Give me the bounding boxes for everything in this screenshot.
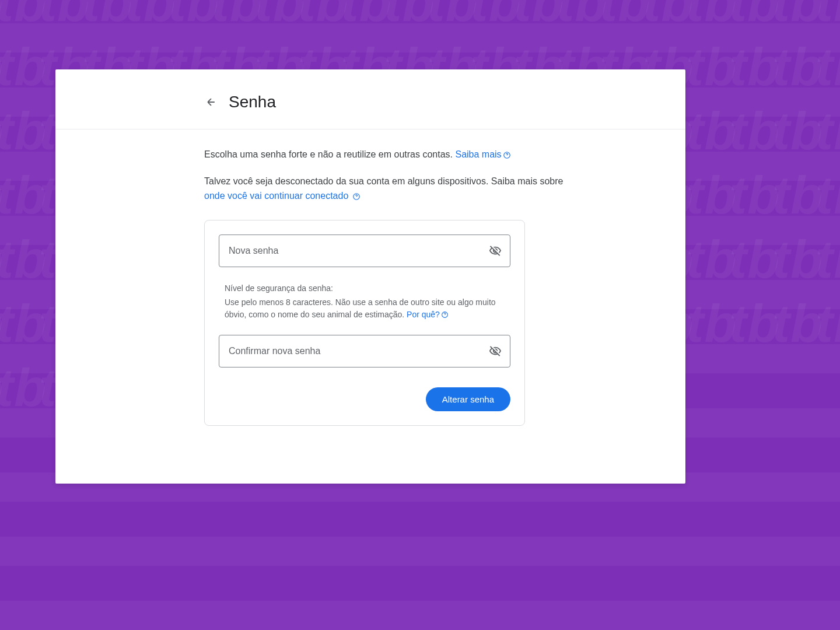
why-link[interactable]: Por quê?	[407, 310, 449, 319]
help-icon	[441, 311, 449, 319]
help-icon	[352, 192, 360, 201]
password-settings-card: Senha Escolha uma senha forte e não a re…	[55, 69, 685, 484]
page-title: Senha	[229, 93, 276, 111]
stay-connected-link[interactable]: onde você vai continuar conectado	[204, 191, 360, 201]
strength-description: Use pelo menos 8 caracteres. Não use a s…	[225, 296, 510, 321]
confirm-password-wrapper	[219, 335, 510, 368]
new-password-input[interactable]	[219, 235, 510, 267]
confirm-password-input[interactable]	[219, 335, 510, 368]
toggle-visibility-icon[interactable]	[488, 244, 502, 258]
intro-text-2: Talvez você seja desconectado da sua con…	[204, 176, 563, 186]
intro-text-1: Escolha uma senha forte e não a reutiliz…	[204, 149, 455, 159]
intro-line-2: Talvez você seja desconectado da sua con…	[204, 174, 569, 204]
password-form: Nível de segurança da senha: Use pelo me…	[204, 220, 525, 426]
change-password-button[interactable]: Alterar senha	[426, 387, 510, 411]
toggle-visibility-icon[interactable]	[488, 344, 502, 358]
content-area: Escolha uma senha forte e não a reutiliz…	[204, 130, 569, 426]
help-icon	[503, 151, 511, 159]
header: Senha	[204, 69, 685, 129]
back-arrow-icon[interactable]	[204, 95, 218, 109]
intro-line-1: Escolha uma senha forte e não a reutiliz…	[204, 147, 569, 162]
submit-row: Alterar senha	[219, 387, 510, 411]
password-strength-section: Nível de segurança da senha: Use pelo me…	[225, 284, 510, 321]
strength-title: Nível de segurança da senha:	[225, 284, 510, 293]
new-password-wrapper	[219, 235, 510, 267]
learn-more-link[interactable]: Saiba mais	[455, 149, 510, 159]
